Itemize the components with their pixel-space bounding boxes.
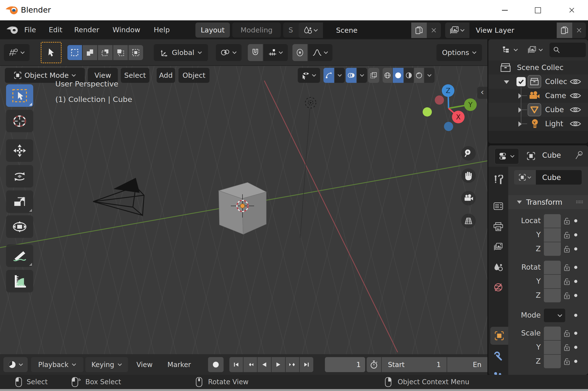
new-scene-button[interactable] — [411, 22, 427, 38]
animate-dot[interactable] — [574, 280, 577, 283]
overlays-toggle[interactable] — [346, 68, 356, 83]
snap-settings-dropdown[interactable] — [264, 44, 288, 61]
axis-neg-x-ball[interactable] — [435, 96, 444, 105]
maximize-button[interactable] — [530, 0, 546, 20]
unlink-scene-button[interactable] — [427, 22, 441, 38]
animate-dot[interactable] — [574, 294, 577, 297]
lock-open-icon[interactable] — [563, 231, 571, 239]
overlays-dropdown[interactable] — [357, 68, 367, 83]
hide-eye-icon[interactable] — [570, 92, 581, 99]
lock-open-icon[interactable] — [563, 277, 571, 286]
location-z-field[interactable] — [544, 242, 561, 256]
frame-start-field[interactable]: Start 1 — [382, 357, 447, 372]
select-mode-intersect[interactable] — [129, 45, 143, 60]
menu-window[interactable]: Window — [113, 26, 140, 34]
object-id-button[interactable] — [514, 170, 536, 185]
transform-panel-header[interactable]: Transform — [508, 195, 588, 209]
next-keyframe-button[interactable] — [286, 357, 299, 372]
axis-neg-z-ball[interactable] — [444, 122, 453, 131]
active-tool-indicator[interactable] — [41, 42, 62, 63]
tab-view-layer[interactable] — [490, 238, 507, 255]
view-layer-name-field[interactable]: View Layer — [469, 22, 557, 38]
play-button[interactable] — [272, 357, 285, 372]
expand-triangle-icon[interactable] — [518, 93, 522, 98]
jump-to-start-button[interactable] — [229, 357, 243, 372]
sidebar-collapse-arrow[interactable]: ‹ — [477, 87, 487, 99]
proportional-edit-toggle[interactable] — [293, 44, 307, 61]
tab-layout[interactable]: Layout — [195, 22, 230, 38]
light-object[interactable] — [300, 98, 316, 238]
visibility-dropdown[interactable] — [298, 68, 320, 83]
menu-edit[interactable]: Edit — [49, 26, 62, 34]
zoom-button[interactable] — [461, 146, 476, 161]
axis-neg-y-ball[interactable] — [423, 107, 432, 116]
remove-view-layer-button[interactable] — [572, 22, 586, 38]
animate-dot[interactable] — [574, 314, 577, 317]
lock-open-icon[interactable] — [563, 245, 571, 253]
timeline-menu-marker[interactable]: Marker — [161, 357, 197, 372]
object-name-field[interactable]: Cube — [536, 170, 582, 185]
animate-dot[interactable] — [574, 266, 577, 269]
lock-open-icon[interactable] — [563, 343, 571, 352]
tab-modeling[interactable]: Modeling — [232, 22, 281, 38]
scene-browse-button[interactable] — [299, 22, 323, 38]
outliner-editor-type-button[interactable] — [499, 42, 521, 58]
hide-eye-icon[interactable] — [570, 78, 581, 85]
lock-open-icon[interactable] — [563, 217, 571, 225]
outliner-search-field[interactable] — [550, 43, 586, 57]
scene-name-field[interactable]: Scene — [323, 22, 411, 38]
hide-eye-icon[interactable] — [570, 120, 581, 127]
camera-view-button[interactable] — [461, 191, 476, 205]
pivot-point-dropdown[interactable] — [216, 44, 242, 61]
animate-dot[interactable] — [574, 332, 577, 335]
editor-type-button[interactable] — [4, 44, 30, 61]
orthographic-toggle-button[interactable] — [461, 214, 476, 228]
location-y-field[interactable] — [544, 228, 561, 242]
prev-keyframe-button[interactable] — [243, 357, 257, 372]
timeline-menu-view[interactable]: View — [132, 357, 157, 372]
menu-help[interactable]: Help — [154, 26, 170, 34]
record-button[interactable] — [208, 357, 224, 372]
new-view-layer-button[interactable] — [557, 22, 572, 38]
menu-object[interactable]: Object — [178, 68, 209, 83]
tool-transform[interactable] — [6, 215, 33, 238]
pan-button[interactable] — [461, 168, 476, 183]
transform-orientation-dropdown[interactable]: Global — [154, 44, 208, 61]
scale-z-field[interactable] — [544, 355, 561, 368]
use-preview-range-button[interactable] — [367, 357, 381, 372]
tab-output[interactable] — [490, 218, 507, 235]
animate-dot[interactable] — [574, 233, 577, 236]
shading-solid[interactable] — [393, 68, 404, 83]
gizmos-dropdown[interactable] — [335, 68, 345, 83]
lock-open-icon[interactable] — [563, 292, 571, 300]
rotation-z-field[interactable] — [544, 289, 561, 302]
tool-annotate[interactable] — [6, 244, 33, 267]
tool-move[interactable] — [6, 139, 33, 162]
viewport-3d[interactable]: Object Mode View Select Add Object — [0, 66, 487, 354]
blender-menu-icon[interactable] — [6, 24, 19, 35]
select-mode-subtract[interactable] — [98, 45, 113, 60]
select-mode-set[interactable] — [67, 45, 82, 60]
expand-triangle-icon[interactable] — [504, 81, 509, 84]
view-layer-browse-button[interactable] — [445, 22, 469, 38]
tab-world[interactable] — [490, 279, 507, 296]
hide-eye-icon[interactable] — [570, 106, 581, 113]
tool-scale[interactable] — [6, 191, 33, 213]
gizmos-toggle[interactable] — [323, 68, 334, 83]
shading-material[interactable] — [404, 68, 414, 83]
outliner-row-scene-collection[interactable]: Scene Collec — [488, 61, 588, 75]
expand-triangle-icon[interactable] — [518, 121, 522, 127]
shading-rendered[interactable] — [414, 68, 424, 83]
jump-to-end-button[interactable] — [300, 357, 313, 372]
select-mode-invert[interactable] — [113, 45, 128, 60]
tool-measure[interactable] — [6, 270, 33, 293]
shading-wireframe[interactable] — [383, 68, 392, 83]
xray-toggle[interactable] — [368, 68, 379, 83]
tool-cursor[interactable] — [6, 110, 33, 132]
options-dropdown[interactable]: Options — [437, 44, 482, 61]
playback-dropdown[interactable]: Playback — [31, 357, 83, 372]
outliner-row-camera[interactable]: Came — [488, 89, 588, 103]
tab-tool[interactable] — [490, 172, 507, 189]
animate-dot[interactable] — [574, 219, 577, 222]
close-button[interactable] — [564, 0, 580, 20]
